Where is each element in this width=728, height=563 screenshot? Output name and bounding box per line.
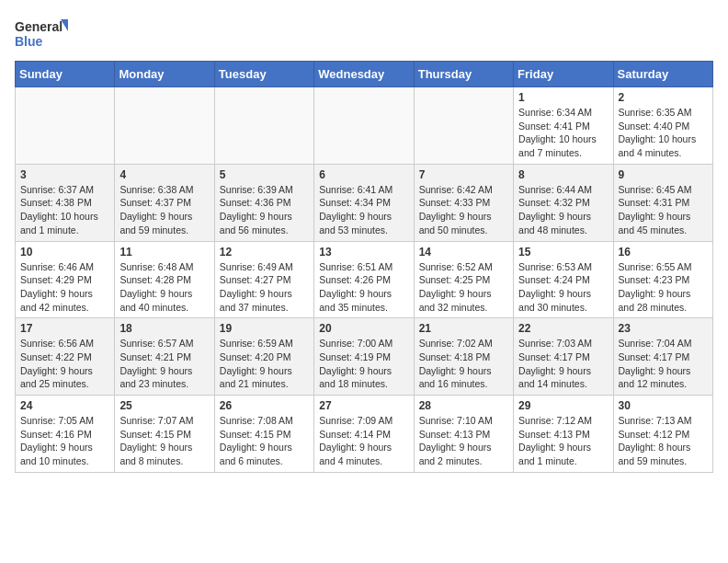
week-row-3: 10Sunrise: 6:46 AM Sunset: 4:29 PM Dayli…: [16, 241, 713, 318]
day-info: Sunrise: 7:00 AM Sunset: 4:19 PM Dayligh…: [319, 337, 408, 391]
day-info: Sunrise: 6:45 AM Sunset: 4:31 PM Dayligh…: [619, 183, 708, 237]
day-info: Sunrise: 7:07 AM Sunset: 4:15 PM Dayligh…: [119, 414, 209, 468]
day-info: Sunrise: 6:59 AM Sunset: 4:20 PM Dayligh…: [220, 337, 309, 391]
day-info: Sunrise: 6:48 AM Sunset: 4:28 PM Dayligh…: [119, 260, 209, 315]
logo-svg: GeneralBlue: [15, 15, 70, 52]
day-info: Sunrise: 6:39 AM Sunset: 4:36 PM Dayligh…: [220, 183, 309, 237]
day-number: 2: [619, 91, 708, 104]
day-number: 21: [419, 322, 508, 335]
day-cell: 10Sunrise: 6:46 AM Sunset: 4:29 PM Dayli…: [16, 241, 115, 318]
day-number: 4: [119, 168, 209, 181]
day-number: 14: [419, 246, 508, 259]
week-row-1: 1Sunrise: 6:34 AM Sunset: 4:41 PM Daylig…: [16, 87, 713, 165]
day-cell: [414, 87, 513, 165]
day-number: 7: [419, 168, 508, 181]
day-number: 25: [119, 399, 209, 412]
day-info: Sunrise: 7:13 AM Sunset: 4:12 PM Dayligh…: [619, 414, 708, 468]
weekday-header-saturday: Saturday: [613, 62, 712, 87]
day-info: Sunrise: 6:35 AM Sunset: 4:40 PM Dayligh…: [619, 106, 708, 160]
day-cell: [16, 87, 115, 165]
day-cell: 22Sunrise: 7:03 AM Sunset: 4:17 PM Dayli…: [514, 318, 613, 396]
day-number: 17: [20, 322, 109, 335]
day-cell: 3Sunrise: 6:37 AM Sunset: 4:38 PM Daylig…: [16, 164, 115, 241]
day-cell: 15Sunrise: 6:53 AM Sunset: 4:24 PM Dayli…: [514, 241, 613, 318]
day-info: Sunrise: 6:46 AM Sunset: 4:29 PM Dayligh…: [20, 260, 109, 315]
day-info: Sunrise: 6:42 AM Sunset: 4:33 PM Dayligh…: [419, 183, 508, 237]
day-cell: 28Sunrise: 7:10 AM Sunset: 4:13 PM Dayli…: [414, 396, 513, 473]
day-info: Sunrise: 7:05 AM Sunset: 4:16 PM Dayligh…: [20, 414, 109, 468]
day-number: 23: [619, 322, 708, 335]
day-cell: 25Sunrise: 7:07 AM Sunset: 4:15 PM Dayli…: [115, 396, 214, 473]
day-info: Sunrise: 7:02 AM Sunset: 4:18 PM Dayligh…: [419, 337, 508, 391]
day-number: 3: [20, 168, 109, 181]
day-info: Sunrise: 7:03 AM Sunset: 4:17 PM Dayligh…: [518, 337, 608, 391]
day-cell: 6Sunrise: 6:41 AM Sunset: 4:34 PM Daylig…: [314, 164, 414, 241]
weekday-header-thursday: Thursday: [414, 62, 513, 87]
day-number: 6: [319, 168, 408, 181]
weekday-header-wednesday: Wednesday: [314, 62, 414, 87]
page-header: GeneralBlue: [15, 15, 713, 52]
day-cell: [115, 87, 214, 165]
day-cell: 8Sunrise: 6:44 AM Sunset: 4:32 PM Daylig…: [514, 164, 613, 241]
weekday-header-friday: Friday: [514, 62, 613, 87]
day-cell: 26Sunrise: 7:08 AM Sunset: 4:15 PM Dayli…: [214, 396, 313, 473]
weekday-header-sunday: Sunday: [16, 62, 115, 87]
day-info: Sunrise: 7:12 AM Sunset: 4:13 PM Dayligh…: [518, 414, 608, 468]
day-number: 20: [319, 322, 408, 335]
day-cell: 21Sunrise: 7:02 AM Sunset: 4:18 PM Dayli…: [414, 318, 513, 396]
day-number: 9: [619, 168, 708, 181]
day-cell: 14Sunrise: 6:52 AM Sunset: 4:25 PM Dayli…: [414, 241, 513, 318]
day-cell: 23Sunrise: 7:04 AM Sunset: 4:17 PM Dayli…: [613, 318, 712, 396]
day-number: 27: [319, 399, 408, 412]
weekday-header-monday: Monday: [115, 62, 214, 87]
day-cell: 18Sunrise: 6:57 AM Sunset: 4:21 PM Dayli…: [115, 318, 214, 396]
day-info: Sunrise: 7:10 AM Sunset: 4:13 PM Dayligh…: [419, 414, 508, 468]
day-number: 13: [319, 246, 408, 259]
day-cell: 30Sunrise: 7:13 AM Sunset: 4:12 PM Dayli…: [613, 396, 712, 473]
day-info: Sunrise: 6:55 AM Sunset: 4:23 PM Dayligh…: [619, 260, 708, 315]
day-info: Sunrise: 6:52 AM Sunset: 4:25 PM Dayligh…: [419, 260, 508, 315]
day-number: 12: [220, 246, 309, 259]
day-number: 19: [220, 322, 309, 335]
day-cell: 7Sunrise: 6:42 AM Sunset: 4:33 PM Daylig…: [414, 164, 513, 241]
day-cell: 4Sunrise: 6:38 AM Sunset: 4:37 PM Daylig…: [115, 164, 214, 241]
day-number: 29: [518, 399, 608, 412]
day-cell: 29Sunrise: 7:12 AM Sunset: 4:13 PM Dayli…: [514, 396, 613, 473]
day-cell: [214, 87, 313, 165]
week-row-5: 24Sunrise: 7:05 AM Sunset: 4:16 PM Dayli…: [16, 396, 713, 473]
day-cell: 24Sunrise: 7:05 AM Sunset: 4:16 PM Dayli…: [16, 396, 115, 473]
day-number: 22: [518, 322, 608, 335]
day-number: 15: [518, 246, 608, 259]
day-info: Sunrise: 7:04 AM Sunset: 4:17 PM Dayligh…: [619, 337, 708, 391]
day-info: Sunrise: 6:49 AM Sunset: 4:27 PM Dayligh…: [220, 260, 309, 315]
logo: GeneralBlue: [15, 15, 70, 52]
day-cell: 11Sunrise: 6:48 AM Sunset: 4:28 PM Dayli…: [115, 241, 214, 318]
day-number: 11: [119, 246, 209, 259]
day-info: Sunrise: 7:08 AM Sunset: 4:15 PM Dayligh…: [220, 414, 309, 468]
weekday-header-tuesday: Tuesday: [214, 62, 313, 87]
week-row-2: 3Sunrise: 6:37 AM Sunset: 4:38 PM Daylig…: [16, 164, 713, 241]
day-info: Sunrise: 6:51 AM Sunset: 4:26 PM Dayligh…: [319, 260, 408, 315]
day-info: Sunrise: 6:56 AM Sunset: 4:22 PM Dayligh…: [20, 337, 109, 391]
day-info: Sunrise: 6:44 AM Sunset: 4:32 PM Dayligh…: [518, 183, 608, 237]
day-number: 1: [518, 91, 608, 104]
day-number: 26: [220, 399, 309, 412]
day-cell: 17Sunrise: 6:56 AM Sunset: 4:22 PM Dayli…: [16, 318, 115, 396]
svg-text:Blue: Blue: [15, 34, 43, 49]
day-cell: 5Sunrise: 6:39 AM Sunset: 4:36 PM Daylig…: [214, 164, 313, 241]
day-cell: 2Sunrise: 6:35 AM Sunset: 4:40 PM Daylig…: [613, 87, 712, 165]
svg-text:General: General: [15, 19, 63, 34]
day-number: 18: [119, 322, 209, 335]
day-info: Sunrise: 6:38 AM Sunset: 4:37 PM Dayligh…: [119, 183, 209, 237]
day-info: Sunrise: 6:57 AM Sunset: 4:21 PM Dayligh…: [119, 337, 209, 391]
day-number: 5: [220, 168, 309, 181]
day-cell: [314, 87, 414, 165]
day-number: 10: [20, 246, 109, 259]
day-cell: 13Sunrise: 6:51 AM Sunset: 4:26 PM Dayli…: [314, 241, 414, 318]
day-number: 24: [20, 399, 109, 412]
day-number: 8: [518, 168, 608, 181]
calendar-table: SundayMondayTuesdayWednesdayThursdayFrid…: [15, 61, 713, 473]
day-cell: 16Sunrise: 6:55 AM Sunset: 4:23 PM Dayli…: [613, 241, 712, 318]
day-info: Sunrise: 6:34 AM Sunset: 4:41 PM Dayligh…: [518, 106, 608, 160]
day-number: 30: [619, 399, 708, 412]
